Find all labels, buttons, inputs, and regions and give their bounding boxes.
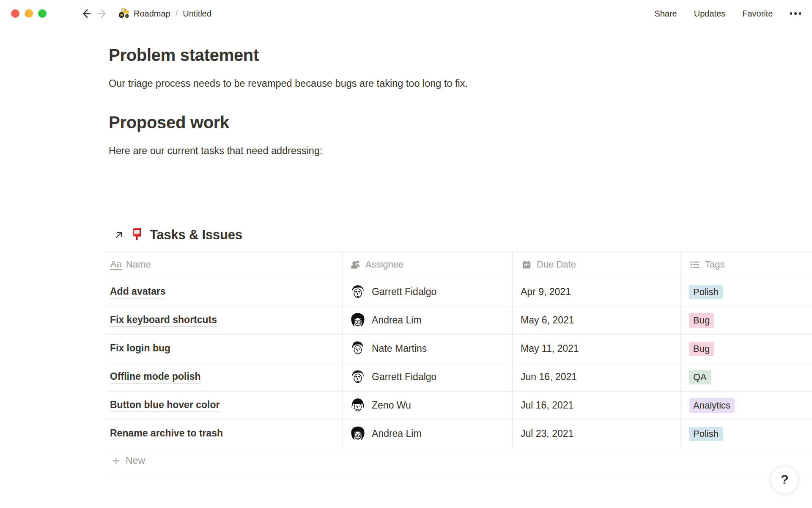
calendar-icon [521, 259, 532, 271]
zoom-window-button[interactable] [38, 9, 47, 18]
avatar-garrett [349, 284, 366, 301]
updates-button[interactable]: Updates [694, 9, 726, 19]
window-controls [11, 9, 47, 18]
list-icon [689, 259, 701, 271]
text-property-icon: Aa [110, 259, 122, 271]
heading-proposed-work[interactable]: Proposed work [109, 112, 685, 133]
share-button[interactable]: Share [654, 9, 677, 19]
paragraph-block[interactable]: Here are our current tasks that need add… [109, 144, 685, 158]
people-icon [349, 259, 361, 271]
task-name-cell[interactable]: Rename archive to trash [106, 420, 343, 448]
close-window-button[interactable] [11, 9, 19, 18]
heading-problem-statement[interactable]: Problem statement [109, 45, 685, 65]
task-name-cell[interactable]: Fix login bug [106, 335, 343, 363]
assignee-cell[interactable]: Garrett Fidalgo [343, 363, 513, 391]
postbox-icon [130, 227, 144, 243]
avatar-andrea [349, 312, 366, 329]
forward-icon[interactable] [96, 6, 110, 21]
breadcrumb-separator: / [175, 9, 179, 19]
tag-badge: Polish [689, 427, 723, 441]
tag-badge: QA [689, 370, 711, 384]
assignee-name: Nate Martins [372, 343, 427, 354]
column-header-name[interactable]: Aa Name [106, 251, 343, 278]
task-name-link[interactable]: Offline mode polish [110, 371, 201, 384]
due-date-cell[interactable]: May 6, 2021 [513, 306, 681, 334]
assignee-name: Garrett Fidalgo [372, 371, 436, 383]
avatar-nate [349, 340, 366, 357]
assignee-name: Zeno Wu [372, 400, 411, 411]
more-options-icon[interactable] [790, 12, 801, 15]
task-name-cell[interactable]: Fix keyboard shortcuts [106, 306, 343, 334]
assignee-cell[interactable]: Nate Martins [343, 335, 513, 363]
database-title-row: Tasks & Issues [106, 225, 812, 245]
minimize-window-button[interactable] [25, 9, 33, 18]
due-date: Jun 16, 2021 [521, 371, 577, 383]
back-icon[interactable] [79, 6, 93, 21]
avatar-zeno [349, 397, 366, 414]
column-header-tags[interactable]: Tags [681, 251, 812, 278]
sidebar-toggle-icon[interactable] [56, 8, 70, 19]
task-name-link[interactable]: Rename archive to trash [110, 428, 223, 440]
column-header-due-date[interactable]: Due Date [513, 251, 681, 278]
due-date: May 6, 2021 [521, 315, 574, 326]
task-name-cell[interactable]: Add avatars [106, 278, 343, 306]
table-row[interactable]: Offline mode polish Garrett Fidalgo Jun … [106, 363, 812, 392]
tags-cell[interactable]: QA [681, 363, 812, 391]
plus-icon [111, 456, 121, 466]
breadcrumb-item-untitled[interactable]: Untitled [183, 9, 211, 19]
assignee-name: Garrett Fidalgo [372, 286, 436, 298]
due-date-cell[interactable]: May 11, 2021 [513, 335, 681, 363]
tag-badge: Polish [689, 285, 723, 299]
tractor-icon [118, 7, 129, 21]
table-row[interactable]: Add avatars Garrett Fidalgo Apr 9, 2021 … [106, 278, 812, 306]
task-name-link[interactable]: Add avatars [110, 286, 166, 298]
assignee-cell[interactable]: Zeno Wu [343, 392, 513, 420]
window-titlebar: Roadmap / Untitled Share Updates Favorit… [0, 0, 812, 27]
table-row[interactable]: Button blue hover color Zeno Wu Jul 16, … [106, 392, 812, 420]
assignee-name: Andrea Lim [372, 315, 422, 326]
paragraph-block[interactable]: Our triage process needs to be revamped … [109, 76, 685, 91]
tags-cell[interactable]: Bug [681, 306, 812, 334]
table-body: Add avatars Garrett Fidalgo Apr 9, 2021 … [106, 278, 812, 448]
task-name-link[interactable]: Fix login bug [110, 342, 170, 355]
task-name-cell[interactable]: Button blue hover color [106, 392, 343, 420]
help-button[interactable]: ? [771, 466, 799, 494]
avatar-garrett [349, 369, 366, 386]
task-name-link[interactable]: Fix keyboard shortcuts [110, 314, 217, 327]
due-date-cell[interactable]: Jul 23, 2021 [513, 420, 681, 448]
assignee-cell[interactable]: Andrea Lim [343, 420, 513, 448]
task-name-link[interactable]: Button blue hover color [110, 399, 219, 412]
due-date-cell[interactable]: Apr 9, 2021 [513, 278, 681, 306]
new-row-button[interactable]: New [106, 448, 812, 474]
due-date-cell[interactable]: Jun 16, 2021 [513, 363, 681, 391]
task-name-cell[interactable]: Offline mode polish [106, 363, 343, 391]
breadcrumb-item-roadmap[interactable]: Roadmap [118, 7, 170, 21]
table-row[interactable]: Rename archive to trash Andrea Lim Jul 2… [106, 420, 812, 448]
column-header-assignee[interactable]: Assignee [343, 251, 513, 278]
due-date: May 11, 2021 [521, 343, 579, 354]
topbar-actions: Share Updates Favorite [654, 9, 801, 19]
tags-cell[interactable]: Bug [681, 335, 812, 363]
breadcrumb-label: Untitled [183, 9, 211, 19]
due-date: Jul 23, 2021 [521, 428, 573, 439]
tag-badge: Bug [689, 313, 714, 328]
tags-cell[interactable]: Analytics [681, 392, 812, 420]
linked-database: Tasks & Issues Aa Name Assignee [106, 225, 812, 474]
assignee-cell[interactable]: Andrea Lim [343, 306, 513, 334]
table-header-row: Aa Name Assignee [106, 251, 812, 278]
avatar-andrea [349, 425, 366, 442]
due-date: Jul 16, 2021 [521, 400, 573, 411]
table-row[interactable]: Fix login bug Nate Martins May 11, 2021 … [106, 335, 812, 363]
table-row[interactable]: Fix keyboard shortcuts Andrea Lim May 6,… [106, 306, 812, 335]
tags-cell[interactable]: Polish [681, 420, 812, 448]
tags-cell[interactable]: Polish [681, 278, 812, 306]
assignee-cell[interactable]: Garrett Fidalgo [343, 278, 513, 306]
due-date-cell[interactable]: Jul 16, 2021 [513, 392, 681, 420]
database-title[interactable]: Tasks & Issues [150, 227, 242, 243]
assignee-name: Andrea Lim [372, 428, 422, 439]
arrow-up-right-icon [113, 229, 124, 240]
favorite-button[interactable]: Favorite [742, 9, 773, 19]
tag-badge: Bug [689, 342, 714, 356]
breadcrumb-label: Roadmap [134, 9, 170, 19]
tasks-table: Aa Name Assignee [106, 251, 812, 474]
